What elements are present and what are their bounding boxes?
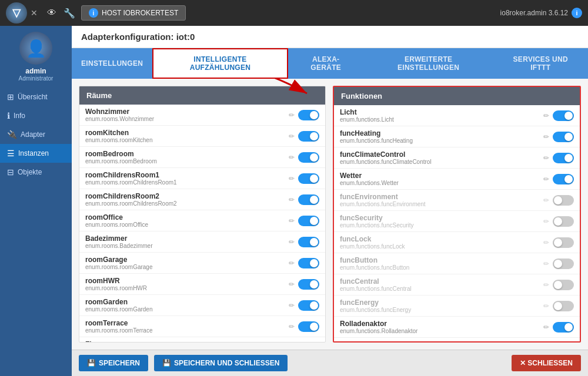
raeume-toggle[interactable] [298,194,319,205]
sidebar-item-objekte[interactable]: ⊟ Objekte [0,163,72,182]
raeume-list-item: roomKitchen enum.rooms.roomKitchen ✏ [79,126,325,147]
sidebar-username: admin [25,67,46,75]
raeume-list-item: roomGarage enum.rooms.roomGarage ✏ [79,253,325,274]
funktionen-item-name: Wetter [340,172,540,180]
funktionen-list-item: funcButton enum.functions.funcButton ✏ [334,253,580,274]
version-label: io8roker.admin 3.6.12 [500,9,568,17]
settings-icon[interactable]: 🔧 [64,8,75,19]
edit-icon[interactable]: ✏ [543,112,549,120]
raeume-list-item: roomOffice enum.rooms.roomOffice ✏ [79,210,325,231]
edit-icon[interactable]: ✏ [543,154,549,162]
funktionen-toggle[interactable] [553,258,574,269]
sidebar-item-info[interactable]: ℹ Info [0,106,72,125]
funktionen-toggle[interactable] [553,174,574,184]
raeume-item-text: roomChildrensRoom1 enum.rooms.roomChildr… [85,171,285,186]
main-layout: 👤 admin Administrator ⊞ Übersicht ℹ Info… [0,26,588,376]
edit-icon[interactable]: ✏ [289,174,295,183]
raeume-toggle[interactable] [298,216,319,226]
edit-icon[interactable]: ✏ [543,217,549,226]
edit-icon[interactable]: ✏ [289,153,295,162]
funktionen-list-item: funcHeating enum.functions.funcHeating ✏ [334,126,580,147]
edit-icon[interactable]: ✏ [289,323,295,331]
page-title: Adapterkonfiguration: iot:0 [72,26,588,48]
tab-intelligente-aufzaehlungen[interactable]: INTELLIGENTE AUFZÄHLUNGEN [152,48,288,79]
edit-icon[interactable]: ✏ [543,196,549,204]
sidebar-item-uebersicht[interactable]: ⊞ Übersicht [0,88,72,106]
funktionen-toggle[interactable] [553,322,574,333]
raeume-toggle[interactable] [298,237,319,247]
edit-icon[interactable]: ✏ [289,111,295,119]
funktionen-toggle[interactable] [553,195,574,206]
save-close-button[interactable]: 💾 SPEICHERN UND SCHLIESSEN [154,355,288,371]
edit-icon[interactable]: ✏ [289,301,295,310]
edit-icon[interactable]: ✏ [543,260,549,268]
funktionen-toggle[interactable] [553,280,574,290]
funktionen-column: Funktionen Licht enum.functions.Licht ✏ … [333,86,581,343]
raeume-item-sub: enum.rooms.roomOffice [85,221,285,228]
edit-icon[interactable]: ✏ [289,280,295,288]
funktionen-toggle[interactable] [553,301,574,311]
edit-icon[interactable]: ✏ [543,281,549,289]
raeume-item-name: roomGarden [85,298,285,306]
raeume-item-text: Flur enum.rooms.Flur [85,340,285,342]
edit-icon[interactable]: ✏ [289,238,295,246]
funktionen-item-sub: enum.functions.funcLock [340,243,540,250]
funktionen-item-sub: enum.functions.Wetter [340,180,540,186]
funktionen-toggle[interactable] [553,216,574,227]
funktionen-item-text: Licht enum.functions.Licht [340,108,540,123]
edit-icon[interactable]: ✏ [289,196,295,204]
edit-icon[interactable]: ✏ [543,302,549,310]
funktionen-list: Licht enum.functions.Licht ✏ funcHeating… [334,105,580,341]
funktionen-item-name: Bewegungsmelder [340,341,540,341]
funktionen-list-item: Rolladenaktor enum.functions.Rolladenakt… [334,317,580,338]
funktionen-item-text: funcClimateControl enum.functions.funcCl… [340,150,540,165]
main-content: Adapterkonfiguration: iot:0 EINSTELLUNGE… [72,26,588,376]
host-badge[interactable]: i HOST IOBROKERTEST [81,5,186,21]
raeume-item-text: roomGarage enum.rooms.roomGarage [85,256,285,270]
funktionen-toggle[interactable] [553,153,574,163]
raeume-toggle[interactable] [298,173,319,184]
tab-services-und-ifttt[interactable]: SERVICES UND IFTTT [493,48,588,79]
logo-close-icon[interactable]: ✕ [31,8,38,18]
save-close-icon: 💾 [162,359,171,367]
funktionen-list-item: Wetter enum.functions.Wetter ✏ [334,169,580,190]
tab-einstellungen[interactable]: EINSTELLUNGEN [72,48,152,79]
raeume-toggle[interactable] [298,279,319,290]
edit-icon[interactable]: ✏ [289,132,295,140]
funktionen-item-text: funcHeating enum.functions.funcHeating [340,129,540,144]
raeume-item-text: roomBedroom enum.rooms.roomBedroom [85,150,285,164]
funktionen-toggle[interactable] [553,132,574,142]
edit-icon[interactable]: ✏ [543,175,549,183]
version-info-icon[interactable]: i [572,8,582,18]
raeume-toggle[interactable] [298,300,319,311]
close-button[interactable]: ✕ SCHLIESSEN [512,355,581,371]
sidebar-item-adapter[interactable]: 🔌 Adapter [0,125,72,144]
edit-icon[interactable]: ✏ [543,239,549,247]
raeume-toggle[interactable] [298,321,319,332]
raeume-toggle[interactable] [298,258,319,268]
funktionen-toggle[interactable] [553,110,574,121]
raeume-item-text: roomTerrace enum.rooms.roomTerrace [85,319,285,334]
raeume-toggle[interactable] [298,110,319,120]
raeume-toggle[interactable] [298,131,319,142]
funktionen-item-name: Rolladenaktor [340,320,540,328]
tab-erweiterte-einstellungen[interactable]: ERWEITERTE EINSTELLUNGEN [364,48,493,79]
funktionen-item-text: funcSecurity enum.functions.funcSecurity [340,214,540,229]
edit-icon[interactable]: ✏ [543,323,549,331]
raeume-toggle[interactable] [298,152,319,163]
tab-alexa-geraete[interactable]: ALEXA-GERÄTE [288,48,364,79]
edit-icon[interactable]: ✏ [543,133,549,141]
raeume-list-item: roomTerrace enum.rooms.roomTerrace ✏ [79,316,325,337]
funktionen-item-sub: enum.functions.funcClimateControl [340,159,540,165]
eye-icon[interactable]: 👁 [47,8,56,19]
sidebar-item-instanzen[interactable]: ☰ Instanzen [0,144,72,163]
edit-icon[interactable]: ✏ [289,217,295,225]
save-button[interactable]: 💾 SPEICHERN [79,355,148,371]
edit-icon[interactable]: ✏ [289,259,295,267]
raeume-list-item: roomHWR enum.rooms.roomHWR ✏ [79,274,325,295]
funktionen-toggle[interactable] [553,237,574,248]
grid-icon: ⊞ [7,92,14,102]
save-label: SPEICHERN [99,359,140,367]
sidebar-label-info: Info [14,112,25,120]
funktionen-list-item: funcLock enum.functions.funcLock ✏ [334,232,580,253]
